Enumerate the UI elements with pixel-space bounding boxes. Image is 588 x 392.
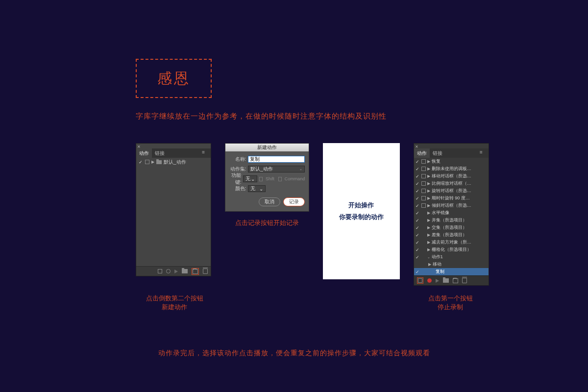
new-action-icon[interactable] [453, 278, 458, 283]
panel-footer [136, 266, 211, 276]
new-folder-icon[interactable] [182, 269, 188, 273]
list-row[interactable]: ✓▶交集（所选项目） [414, 224, 489, 231]
folder-icon [156, 160, 162, 164]
fkey-select[interactable]: 无⌄ [243, 175, 257, 182]
color-label: 颜色: [229, 185, 246, 192]
cancel-button[interactable]: 取消 [259, 197, 280, 206]
list-row[interactable]: ✓▶比例缩放对话框（… [414, 180, 489, 187]
tab-links[interactable]: 链接 [430, 148, 445, 158]
actions-panel-full: ✕ 动作 链接 ≡ ✓▶恢复✓▶删除未使用的调板…✓▶移动对话框（所选…✓▶比例… [414, 143, 489, 286]
new-action-dialog-wrap: 新建动作 名称: 复制 动作集: 默认_动作⌄ 功能键: 无⌄ Shift Co… [225, 143, 309, 286]
white-line1: 开始操作 [348, 201, 374, 210]
shift-label: Shift [266, 176, 274, 181]
command-checkbox[interactable] [278, 177, 282, 181]
name-input[interactable]: 复制 [248, 156, 305, 163]
panel-tabs: 动作 链接 [136, 148, 211, 158]
dialog-caption: 点击记录按钮开始记录 [225, 219, 309, 227]
chevron-right-icon: ▶ [151, 160, 154, 164]
panels-row: ✕ 动作 链接 ≡ ✓ ▶ 默认_动作 新建动作 [136, 143, 489, 286]
list-row[interactable]: ✓▶减去前方对象（所… [414, 239, 489, 246]
footer-text: 动作录完后，选择该动作点击播放，便会重复之前的操作步骤，大家可结合视频观看 [0, 349, 588, 358]
white-instruction-panel: 开始操作 你要录制的动作 [323, 143, 399, 279]
list-row[interactable]: ✓▶顺时针旋转 90 度… [414, 195, 489, 202]
list-row-highlighted[interactable]: ✓ 复制 [414, 268, 489, 275]
play-icon[interactable] [174, 270, 178, 273]
panel-menu-icon[interactable]: ≡ [480, 149, 487, 155]
color-select[interactable]: 无⌄ [248, 185, 266, 192]
panel-row-default[interactable]: ✓ ▶ 默认_动作 [136, 158, 211, 166]
new-action-highlight [192, 268, 199, 275]
dialog-buttons: 取消 记录 [229, 197, 305, 206]
chevron-down-icon: ⌄ [259, 186, 263, 192]
header-text: 感恩 [157, 69, 191, 89]
close-icon[interactable]: ✕ [415, 145, 418, 149]
tab-actions[interactable]: 动作 [414, 148, 430, 158]
record-icon[interactable] [166, 269, 171, 273]
actions-panel-empty: ✕ 动作 链接 ≡ ✓ ▶ 默认_动作 [136, 143, 211, 276]
play-icon[interactable] [436, 279, 439, 283]
panel-menu-icon[interactable]: ≡ [202, 149, 209, 155]
record-icon[interactable] [427, 278, 432, 283]
chevron-right-icon: ▶ [428, 262, 431, 267]
panel-footer [414, 275, 489, 285]
white-line2: 你要录制的动作 [339, 213, 384, 221]
panel-tabs: 动作 链接 [414, 148, 489, 158]
list-row[interactable]: ✓▶水平镜像 [414, 209, 489, 217]
toggle-icon [145, 160, 149, 164]
new-action-dialog: 新建动作 名称: 复制 动作集: 默认_动作⌄ 功能键: 无⌄ Shift Co… [225, 143, 309, 212]
new-folder-icon[interactable] [443, 278, 449, 283]
new-action-icon[interactable] [193, 269, 198, 274]
trash-icon[interactable] [203, 269, 208, 274]
chevron-down-icon: ⌄ [299, 167, 302, 171]
record-button[interactable]: 记录 [283, 197, 305, 206]
stop-icon[interactable] [158, 269, 162, 273]
command-label: Command [285, 176, 305, 181]
check-icon: ✓ [138, 160, 143, 165]
list-row[interactable]: ✓▶并集（所选项目） [414, 217, 489, 224]
stop-icon[interactable] [418, 278, 422, 283]
list-row[interactable]: ✓▶倾斜对话框（所选… [414, 202, 489, 209]
trash-icon[interactable] [462, 278, 467, 283]
header-box: 感恩 [136, 59, 212, 98]
chevron-down-icon: ⌄ [251, 176, 255, 182]
list-row-sub[interactable]: ▶ 移动 [414, 261, 489, 268]
actions-list: ✓▶恢复✓▶删除未使用的调板…✓▶移动对话框（所选…✓▶比例缩放对话框（…✓▶旋… [414, 158, 489, 253]
list-row[interactable]: ✓▶恢复 [414, 158, 489, 165]
list-row[interactable]: ✓▶删除未使用的调板… [414, 165, 489, 172]
tab-actions[interactable]: 动作 [136, 148, 152, 158]
stop-highlight [417, 277, 423, 284]
list-row[interactable]: ✓▶移动对话框（所选… [414, 172, 489, 180]
shift-checkbox[interactable] [259, 177, 263, 181]
close-icon[interactable]: ✕ [137, 145, 141, 149]
list-row[interactable]: ✓▶差集（所选项目） [414, 231, 489, 239]
dialog-title: 新建动作 [225, 144, 309, 151]
list-row[interactable]: ✓▶旋转对话框（所选… [414, 187, 489, 195]
list-row-group[interactable]: ✓ ⌄ 动作1 [414, 253, 489, 261]
subtitle: 字库字继续放在一边作为参考，在做的时候随时注意字体的结构及识别性 [136, 112, 387, 121]
dialog-body: 名称: 复制 动作集: 默认_动作⌄ 功能键: 无⌄ Shift Command… [225, 151, 309, 211]
set-label: 动作集: [229, 166, 246, 172]
set-select[interactable]: 默认_动作⌄ [248, 166, 305, 172]
name-label: 名称: [229, 156, 246, 163]
chevron-down-icon: ⌄ [427, 255, 430, 259]
row-label: 默认_动作 [164, 159, 186, 166]
fkey-label: 功能键: [229, 172, 241, 186]
panel4-caption: 点击第一个按钮 停止录制 [412, 294, 489, 312]
tab-links[interactable]: 链接 [152, 148, 168, 158]
list-row[interactable]: ✓▶栅格化（所选项目） [414, 246, 489, 253]
panel1-caption: 点击倒数第二个按钮 新建动作 [136, 294, 213, 312]
